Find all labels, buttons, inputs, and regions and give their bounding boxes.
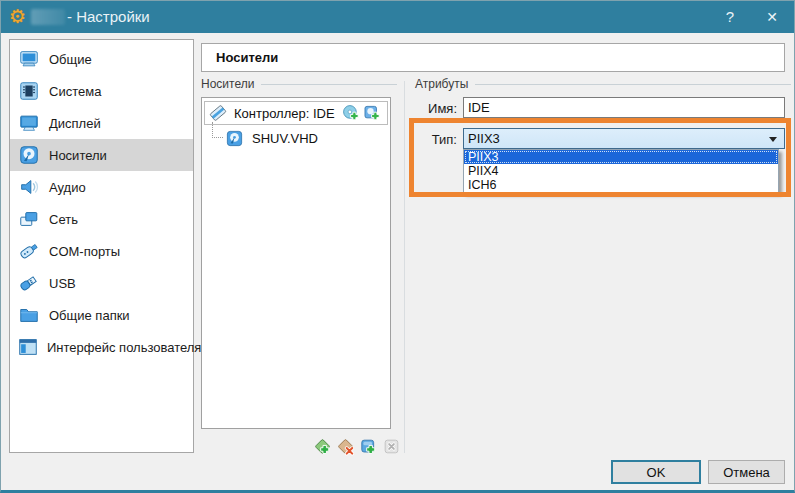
controller-label: Контроллер: IDE [234, 106, 335, 121]
type-combobox[interactable]: PIIX3 [463, 128, 785, 149]
window-ui-icon [17, 335, 39, 359]
display-icon [17, 111, 41, 135]
settings-window: ⚙ - Настройки ? ✕ Общие [0, 0, 795, 493]
type-field-label: Тип: [413, 132, 457, 147]
settings-gear-icon: ⚙ [9, 5, 26, 29]
general-icon [17, 47, 41, 71]
window-title: - Настройки [67, 1, 150, 33]
disk-label: SHUV.VHD [252, 131, 318, 146]
page-title: Носители [216, 50, 278, 65]
sidebar-item-label: Общие папки [49, 308, 130, 323]
hard-disk-icon [225, 129, 244, 148]
dropdown-option-piix4[interactable]: PIIX4 [464, 164, 778, 178]
sidebar-item-system[interactable]: Система [10, 75, 193, 107]
type-dropdown-list: PIIX3 PIIX4 ICH6 [463, 149, 779, 193]
sidebar-item-label: Аудио [49, 180, 86, 195]
network-icon [17, 207, 41, 231]
settings-sidebar: Общие Система [9, 39, 194, 453]
add-controller-button[interactable] [313, 437, 332, 456]
sidebar-item-serial-ports[interactable]: COM-порты [10, 235, 193, 267]
sidebar-item-general[interactable]: Общие [10, 43, 193, 75]
group-separator [404, 81, 405, 453]
type-combobox-value: PIIX3 [468, 131, 500, 146]
sidebar-item-label: Общие [49, 52, 92, 67]
audio-icon [17, 175, 41, 199]
add-optical-drive-button[interactable] [342, 104, 361, 123]
sidebar-item-label: COM-порты [49, 244, 120, 259]
remove-controller-button[interactable] [336, 437, 355, 456]
controller-actions [342, 104, 382, 123]
sidebar-item-user-interface[interactable]: Интерфейс пользователя [10, 331, 193, 363]
titlebar: ⚙ - Настройки ? ✕ [1, 1, 794, 33]
sidebar-item-shared-folders[interactable]: Общие папки [10, 299, 193, 331]
add-attachment-button[interactable] [359, 437, 378, 456]
ok-button[interactable]: OK [611, 460, 701, 484]
sidebar-item-network[interactable]: Сеть [10, 203, 193, 235]
caption-line [475, 84, 791, 85]
tree-row-disk[interactable]: SHUV.VHD [204, 127, 388, 149]
sidebar-item-audio[interactable]: Аудио [10, 171, 193, 203]
storage-toolbar [313, 437, 401, 456]
remove-attachment-button[interactable] [382, 437, 401, 456]
caption-line [261, 84, 397, 85]
sidebar-item-label: Дисплей [49, 116, 101, 131]
sidebar-item-usb[interactable]: USB [10, 267, 193, 299]
tree-row-controller-ide[interactable]: Контроллер: IDE [204, 101, 388, 125]
sidebar-item-label: USB [49, 276, 76, 291]
cancel-button[interactable]: Отмена [708, 460, 785, 484]
sidebar-item-label: Система [49, 84, 101, 99]
sidebar-item-label: Носители [49, 148, 107, 163]
attributes-group-caption: Атрибуты [415, 77, 791, 91]
chevron-down-icon [769, 137, 777, 142]
sidebar-item-label: Интерфейс пользователя [47, 340, 201, 355]
storage-tree: Контроллер: IDE [201, 97, 391, 429]
close-button[interactable]: ✕ [749, 1, 795, 33]
redacted-vm-name [31, 9, 65, 25]
folder-icon [17, 303, 41, 327]
serial-port-icon [17, 239, 41, 263]
add-hard-disk-button[interactable] [363, 104, 382, 123]
sidebar-item-display[interactable]: Дисплей [10, 107, 193, 139]
dropdown-option-ich6[interactable]: ICH6 [464, 178, 778, 192]
page-header: Носители [201, 43, 785, 72]
name-field-label: Имя: [413, 101, 457, 116]
system-icon [17, 79, 41, 103]
tree-connector [212, 122, 223, 138]
storage-group-label: Носители [201, 77, 254, 91]
usb-icon [17, 271, 41, 295]
attributes-group-label: Атрибуты [415, 77, 468, 91]
dropdown-option-piix3[interactable]: PIIX3 [464, 150, 778, 164]
storage-icon [17, 143, 41, 167]
help-button[interactable]: ? [711, 1, 749, 33]
sidebar-item-storage[interactable]: Носители [10, 139, 193, 171]
storage-group-caption: Носители [201, 77, 397, 91]
ide-controller-icon [208, 103, 228, 123]
name-input[interactable] [463, 97, 785, 118]
sidebar-item-label: Сеть [49, 212, 78, 227]
